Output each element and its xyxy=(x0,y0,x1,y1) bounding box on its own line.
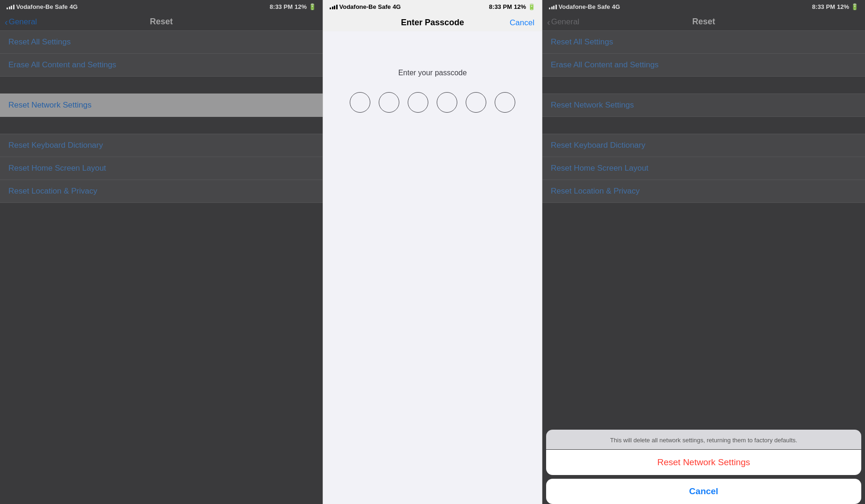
network-label-center: 4G xyxy=(393,3,401,10)
passcode-dot-6 xyxy=(495,92,515,113)
signal-icon xyxy=(7,4,14,9)
back-label-left: General xyxy=(9,17,37,27)
section-3-left: Reset Keyboard Dictionary Reset Home Scr… xyxy=(0,134,323,203)
passcode-dot-4 xyxy=(437,92,457,113)
action-sheet-message: This will delete all network settings, r… xyxy=(546,430,861,449)
back-label-right: General xyxy=(551,17,579,27)
battery-label-center: 12% xyxy=(514,3,526,10)
nav-title-right: Reset xyxy=(692,17,715,27)
passcode-body: Enter your passcode xyxy=(323,31,542,504)
action-sheet-cancel-button[interactable]: Cancel xyxy=(546,479,861,504)
passcode-dot-5 xyxy=(466,92,486,113)
back-button-right[interactable]: ‹ General xyxy=(547,17,579,27)
erase-all-content-right[interactable]: Erase All Content and Settings xyxy=(542,54,865,77)
battery-icon: 🔋 xyxy=(309,3,316,10)
reset-network-settings-right[interactable]: Reset Network Settings xyxy=(542,94,865,117)
time-label-right: 8:33 PM xyxy=(812,3,835,10)
reset-location-privacy-left[interactable]: Reset Location & Privacy xyxy=(0,180,323,203)
passcode-dots xyxy=(350,92,515,113)
chevron-left-icon-right: ‹ xyxy=(547,17,550,27)
section-3-right: Reset Keyboard Dictionary Reset Home Scr… xyxy=(542,134,865,203)
signal-icon-center xyxy=(330,4,338,9)
section-1-right: Reset All Settings Erase All Content and… xyxy=(542,30,865,77)
status-left-center: Vodafone-Be Safe 4G xyxy=(330,3,401,10)
status-right-right: 8:33 PM 12% 🔋 xyxy=(812,3,858,10)
nav-title-left: Reset xyxy=(150,17,173,27)
status-left-right: Vodafone-Be Safe 4G xyxy=(549,3,620,10)
chevron-left-icon: ‹ xyxy=(5,17,8,27)
time-label: 8:33 PM xyxy=(270,3,293,10)
status-right-center: 8:33 PM 12% 🔋 xyxy=(489,3,535,10)
back-button-left[interactable]: ‹ General xyxy=(5,17,37,27)
right-panel: Vodafone-Be Safe 4G 8:33 PM 12% 🔋 ‹ Gene… xyxy=(542,0,865,504)
erase-all-content-left[interactable]: Erase All Content and Settings xyxy=(0,54,323,77)
section-gap-2-left xyxy=(0,117,323,134)
passcode-dot-1 xyxy=(350,92,370,113)
battery-icon-right: 🔋 xyxy=(851,3,858,10)
confirm-reset-button[interactable]: Reset Network Settings xyxy=(546,450,861,475)
passcode-nav: Enter Passcode Cancel xyxy=(323,13,542,31)
reset-location-privacy-right[interactable]: Reset Location & Privacy xyxy=(542,180,865,203)
time-label-center: 8:33 PM xyxy=(489,3,512,10)
center-panel: Vodafone-Be Safe 4G 8:33 PM 12% 🔋 Enter … xyxy=(323,0,542,504)
carrier-label-center: Vodafone-Be Safe xyxy=(339,3,391,10)
reset-all-settings-right[interactable]: Reset All Settings xyxy=(542,30,865,54)
section-gap-2-right xyxy=(542,117,865,134)
section-2-right: Reset Network Settings xyxy=(542,94,865,117)
network-label-right: 4G xyxy=(612,3,620,10)
reset-keyboard-dictionary-right[interactable]: Reset Keyboard Dictionary xyxy=(542,134,865,157)
reset-home-screen-layout-right[interactable]: Reset Home Screen Layout xyxy=(542,157,865,180)
passcode-nav-title: Enter Passcode xyxy=(401,18,464,28)
status-right: 8:33 PM 12% 🔋 xyxy=(270,3,316,10)
battery-label-right: 12% xyxy=(837,3,849,10)
reset-home-screen-layout-left[interactable]: Reset Home Screen Layout xyxy=(0,157,323,180)
passcode-cancel-button[interactable]: Cancel xyxy=(510,18,534,28)
status-left: Vodafone-Be Safe 4G xyxy=(7,3,78,10)
nav-bar-right: ‹ General Reset xyxy=(542,13,865,30)
network-label: 4G xyxy=(70,3,78,10)
section-gap-1-left xyxy=(0,77,323,94)
signal-icon-right xyxy=(549,4,557,9)
battery-icon-center: 🔋 xyxy=(528,3,535,10)
section-2-left: Reset Network Settings xyxy=(0,94,323,117)
carrier-label: Vodafone-Be Safe xyxy=(16,3,68,10)
passcode-prompt: Enter your passcode xyxy=(398,69,467,77)
nav-bar-left: ‹ General Reset xyxy=(0,13,323,30)
reset-keyboard-dictionary-left[interactable]: Reset Keyboard Dictionary xyxy=(0,134,323,157)
battery-label: 12% xyxy=(295,3,307,10)
settings-list-left: Reset All Settings Erase All Content and… xyxy=(0,30,323,504)
reset-all-settings-left[interactable]: Reset All Settings xyxy=(0,30,323,54)
reset-network-settings-left[interactable]: Reset Network Settings xyxy=(0,94,323,117)
action-sheet: This will delete all network settings, r… xyxy=(542,430,865,504)
status-bar-left: Vodafone-Be Safe 4G 8:33 PM 12% 🔋 xyxy=(0,0,323,13)
passcode-dot-3 xyxy=(408,92,428,113)
section-1-left: Reset All Settings Erase All Content and… xyxy=(0,30,323,77)
passcode-dot-2 xyxy=(379,92,399,113)
left-panel: Vodafone-Be Safe 4G 8:33 PM 12% 🔋 ‹ Gene… xyxy=(0,0,323,504)
status-bar-right: Vodafone-Be Safe 4G 8:33 PM 12% 🔋 xyxy=(542,0,865,13)
section-gap-1-right xyxy=(542,77,865,94)
carrier-label-right: Vodafone-Be Safe xyxy=(559,3,610,10)
status-bar-center: Vodafone-Be Safe 4G 8:33 PM 12% 🔋 xyxy=(323,0,542,13)
